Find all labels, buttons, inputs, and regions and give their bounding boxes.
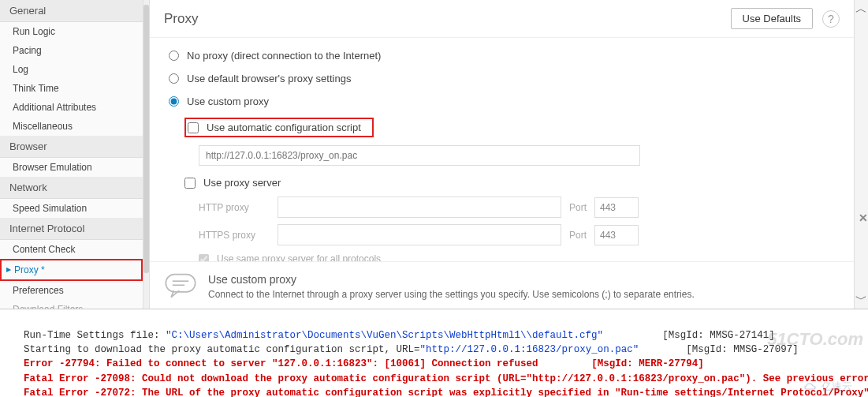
use-defaults-button[interactable]: Use Defaults — [731, 8, 813, 29]
log-fatal-error: Fatal Error -27098: Could not download t… — [24, 373, 868, 384]
sidebar-item-speed-simulation[interactable]: Speed Simulation — [0, 199, 143, 218]
radio-default-browser-input[interactable] — [169, 73, 179, 84]
section-general[interactable]: General — [0, 0, 143, 22]
checkbox-same-proxy[interactable]: Use same proxy server for all protocols — [199, 253, 835, 261]
hint-title: Use custom proxy — [208, 273, 695, 286]
sidebar-item-pacing[interactable]: Pacing — [0, 41, 143, 60]
sidebar-item-runlogic[interactable]: Run Logic — [0, 22, 143, 41]
log-text: Starting to download the proxy automatic… — [24, 344, 420, 355]
radio-custom-proxy-input[interactable] — [169, 96, 179, 107]
radio-no-proxy-input[interactable] — [169, 51, 179, 61]
checkbox-use-proxy-server-input[interactable] — [184, 178, 196, 189]
http-proxy-port-input[interactable] — [594, 197, 639, 218]
sidebar-item-proxy[interactable]: Proxy * — [2, 260, 141, 279]
radio-custom-proxy-label: Use custom proxy — [187, 96, 269, 107]
section-network[interactable]: Network — [0, 177, 143, 199]
sidebar-item-log[interactable]: Log — [0, 60, 143, 79]
checkbox-use-proxy-server[interactable]: Use proxy server — [169, 172, 835, 193]
checkbox-same-proxy-input[interactable] — [199, 254, 209, 262]
main-panel: Proxy Use Defaults ? No proxy (direct co… — [150, 0, 854, 309]
log-fatal-error: Fatal Error -27072: The URL of the proxy… — [24, 388, 868, 397]
app-container: General Run Logic Pacing Log Think Time … — [0, 0, 868, 309]
sidebar-item-additional-attributes[interactable]: Additional Attributes — [0, 98, 143, 117]
radio-default-browser-label: Use default browser's proxy settings — [187, 73, 351, 84]
section-browser[interactable]: Browser — [0, 136, 143, 158]
auto-script-url-input[interactable] — [199, 145, 640, 166]
page-title: Proxy — [164, 11, 731, 27]
https-port-label: Port — [569, 230, 587, 241]
checkbox-auto-script-input[interactable] — [188, 122, 199, 133]
radio-no-proxy-label: No proxy (direct connection to the Inter… — [187, 50, 381, 62]
sidebar-item-thinktime[interactable]: Think Time — [0, 79, 143, 98]
radio-custom-proxy[interactable]: Use custom proxy — [169, 90, 835, 113]
svg-rect-0 — [166, 275, 195, 292]
scroll-down-icon[interactable]: ﹀ — [855, 290, 867, 309]
speech-bubble-icon — [164, 273, 197, 302]
checkbox-same-proxy-label: Use same proxy server for all protocols — [217, 253, 381, 261]
checkbox-use-proxy-server-label: Use proxy server — [203, 177, 281, 189]
radio-no-proxy[interactable]: No proxy (direct connection to the Inter… — [169, 44, 835, 67]
main-body: No proxy (direct connection to the Inter… — [150, 38, 854, 261]
sidebar-item-miscellaneous[interactable]: Miscellaneous — [0, 117, 143, 136]
sidebar-item-download-filters[interactable]: Download Filters — [0, 300, 143, 309]
http-port-label: Port — [569, 202, 587, 213]
log-msgid: [MsgId: MMSG-27141] — [603, 330, 775, 341]
auto-script-highlight: Use automatic configuration script — [184, 118, 374, 137]
close-icon[interactable]: ✕ — [859, 212, 868, 224]
main-header: Proxy Use Defaults ? — [150, 0, 854, 38]
section-internet-protocol[interactable]: Internet Protocol — [0, 218, 143, 240]
https-proxy-label: HTTPS proxy — [199, 230, 270, 241]
sidebar-item-content-check[interactable]: Content Check — [0, 240, 143, 259]
proxy-grid: HTTP proxy Port HTTPS proxy Port — [199, 193, 835, 249]
log-url: "http://127.0.0.1:16823/proxy_on.pac" — [420, 344, 639, 355]
checkbox-auto-script[interactable]: Use automatic configuration script — [188, 122, 361, 133]
log-path: "C:\Users\Administrator\Documents\VuGen\… — [166, 330, 603, 341]
log-error: Error -27794: Failed to connect to serve… — [24, 358, 704, 369]
http-proxy-host-input[interactable] — [278, 197, 561, 218]
checkbox-auto-script-label: Use automatic configuration script — [207, 122, 361, 133]
log-msgid: [MsgId: MMSG-27097] — [639, 344, 799, 355]
sidebar-item-preferences[interactable]: Preferences — [0, 281, 143, 300]
radio-default-browser[interactable]: Use default browser's proxy settings — [169, 67, 835, 90]
https-proxy-host-input[interactable] — [278, 224, 561, 245]
log-text: Run-Time Settings file: — [24, 330, 166, 341]
https-proxy-port-input[interactable] — [594, 225, 639, 245]
http-proxy-label: HTTP proxy — [199, 202, 270, 213]
settings-sidebar: General Run Logic Pacing Log Think Time … — [0, 0, 143, 309]
sidebar-item-browser-emulation[interactable]: Browser Emulation — [0, 158, 143, 177]
scroll-up-icon[interactable]: ︿ — [855, 0, 867, 18]
hint-box: Use custom proxy Connect to the Internet… — [150, 261, 854, 309]
sidebar-scrollbar[interactable] — [143, 0, 150, 309]
hint-text: Connect to the Internet through a proxy … — [208, 289, 695, 300]
output-console: Run-Time Settings file: "C:\Users\Admini… — [0, 309, 868, 397]
help-icon[interactable]: ? — [822, 10, 840, 28]
vertical-scrollbar[interactable]: ︿ ﹀ — [854, 0, 868, 309]
